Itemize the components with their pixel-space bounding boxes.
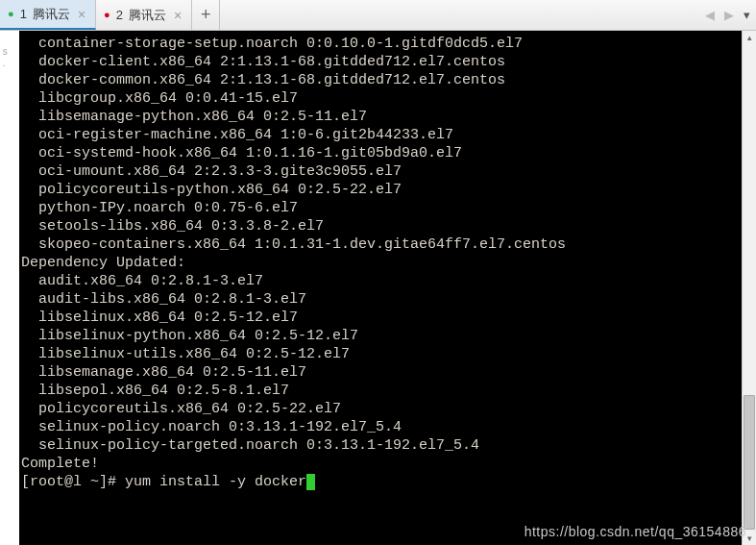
- body: s . container-storage-setup.noarch 0:0.1…: [0, 31, 756, 545]
- terminal-line: libcgroup.x86_64 0:0.41-15.el7: [21, 89, 741, 108]
- terminal-prompt[interactable]: [root@l ~]# yum install -y docker: [21, 473, 741, 491]
- terminal-line: libsepol.x86_64 0:2.5-8.1.el7: [21, 382, 741, 400]
- terminal-line: Dependency Updated:: [21, 254, 741, 272]
- terminal-line: oci-systemd-hook.x86_64 1:0.1.16-1.git05…: [21, 144, 741, 162]
- terminal-line: oci-register-machine.x86_64 1:0-6.git2b4…: [21, 126, 741, 144]
- scroll-thumb[interactable]: [744, 395, 755, 530]
- terminal-line: Complete!: [21, 455, 741, 473]
- scroll-track[interactable]: [744, 44, 755, 532]
- plus-icon: +: [201, 5, 211, 25]
- terminal-line: python-IPy.noarch 0:0.75-6.el7: [21, 199, 741, 217]
- terminal-scrollbar[interactable]: ▴ ▾: [742, 31, 756, 545]
- terminal-line: selinux-policy-targeted.noarch 0:3.13.1-…: [21, 436, 741, 455]
- terminal-line: oci-umount.x86_64 2:2.3.3-3.gite3c9055.e…: [21, 162, 741, 181]
- tab-label: 腾讯云: [129, 7, 166, 24]
- tab-prev-icon[interactable]: ◀: [705, 8, 715, 22]
- scroll-up-icon[interactable]: ▴: [743, 31, 756, 44]
- close-icon[interactable]: ×: [76, 7, 87, 22]
- terminal-line: container-storage-setup.noarch 0:0.10.0-…: [21, 35, 741, 53]
- terminal-line: setools-libs.x86_64 0:3.3.8-2.el7: [21, 217, 741, 235]
- cursor-icon: [306, 474, 315, 490]
- status-dot-icon: ●: [8, 9, 14, 19]
- terminal-line: audit.x86_64 0:2.8.1-3.el7: [21, 272, 741, 290]
- app: ● 1 腾讯云 × ● 2 腾讯云 × + ◀ ▶ ▾ s . containe…: [0, 0, 756, 545]
- terminal-line: policycoreutils.x86_64 0:2.5-22.el7: [21, 400, 741, 418]
- scroll-down-icon[interactable]: ▾: [743, 532, 756, 545]
- terminal-line: libselinux-python.x86_64 0:2.5-12.el7: [21, 327, 741, 345]
- tab-nav: ◀ ▶ ▾: [699, 0, 756, 30]
- terminal-line: docker-common.x86_64 2:1.13.1-68.gitdded…: [21, 71, 741, 89]
- terminal[interactable]: container-storage-setup.noarch 0:0.10.0-…: [19, 31, 743, 545]
- tab-1[interactable]: ● 1 腾讯云 ×: [0, 0, 96, 30]
- close-icon[interactable]: ×: [172, 8, 183, 23]
- terminal-line: libselinux.x86_64 0:2.5-12.el7: [21, 309, 741, 327]
- terminal-line: policycoreutils-python.x86_64 0:2.5-22.e…: [21, 181, 741, 199]
- new-tab-button[interactable]: +: [192, 0, 220, 30]
- tab-spacer: [220, 0, 699, 30]
- tab-bar: ● 1 腾讯云 × ● 2 腾讯云 × + ◀ ▶ ▾: [0, 0, 756, 31]
- terminal-line: selinux-policy.noarch 0:3.13.1-192.el7_5…: [21, 418, 741, 436]
- tab-2[interactable]: ● 2 腾讯云 ×: [96, 0, 192, 30]
- terminal-line: audit-libs.x86_64 0:2.8.1-3.el7: [21, 290, 741, 309]
- terminal-line: libselinux-utils.x86_64 0:2.5-12.el7: [21, 345, 741, 363]
- terminal-container: container-storage-setup.noarch 0:0.10.0-…: [19, 31, 756, 545]
- terminal-line: libsemanage-python.x86_64 0:2.5-11.el7: [21, 108, 741, 126]
- tab-num: 1: [20, 7, 27, 21]
- terminal-line: docker-client.x86_64 2:1.13.1-68.gitdded…: [21, 53, 741, 71]
- tab-next-icon[interactable]: ▶: [724, 8, 734, 22]
- status-dot-icon: ●: [104, 10, 110, 20]
- tab-label: 腾讯云: [33, 6, 70, 23]
- left-gutter: s .: [0, 31, 19, 545]
- terminal-line: skopeo-containers.x86_64 1:0.1.31-1.dev.…: [21, 235, 741, 254]
- terminal-line: libsemanage.x86_64 0:2.5-11.el7: [21, 363, 741, 382]
- tab-num: 2: [116, 8, 123, 22]
- tab-menu-icon[interactable]: ▾: [744, 8, 750, 22]
